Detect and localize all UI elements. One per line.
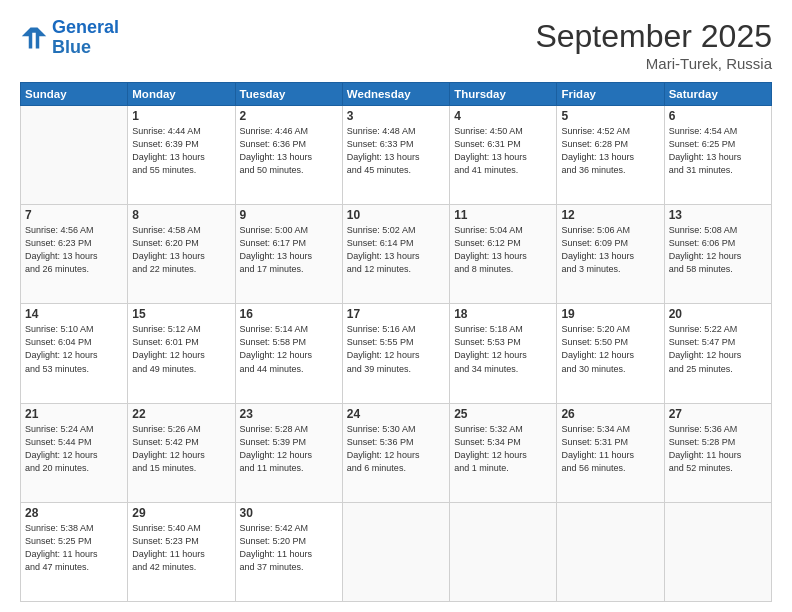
calendar-cell: 26Sunrise: 5:34 AM Sunset: 5:31 PM Dayli… [557, 403, 664, 502]
calendar-week-5: 28Sunrise: 5:38 AM Sunset: 5:25 PM Dayli… [21, 502, 772, 601]
calendar-week-4: 21Sunrise: 5:24 AM Sunset: 5:44 PM Dayli… [21, 403, 772, 502]
day-detail: Sunrise: 5:24 AM Sunset: 5:44 PM Dayligh… [25, 423, 123, 475]
day-number: 3 [347, 109, 445, 123]
calendar-cell: 3Sunrise: 4:48 AM Sunset: 6:33 PM Daylig… [342, 106, 449, 205]
day-number: 21 [25, 407, 123, 421]
calendar-week-2: 7Sunrise: 4:56 AM Sunset: 6:23 PM Daylig… [21, 205, 772, 304]
day-number: 4 [454, 109, 552, 123]
calendar-cell: 19Sunrise: 5:20 AM Sunset: 5:50 PM Dayli… [557, 304, 664, 403]
calendar-cell: 10Sunrise: 5:02 AM Sunset: 6:14 PM Dayli… [342, 205, 449, 304]
calendar-cell: 21Sunrise: 5:24 AM Sunset: 5:44 PM Dayli… [21, 403, 128, 502]
location-subtitle: Mari-Turek, Russia [535, 55, 772, 72]
day-detail: Sunrise: 5:42 AM Sunset: 5:20 PM Dayligh… [240, 522, 338, 574]
calendar-cell: 17Sunrise: 5:16 AM Sunset: 5:55 PM Dayli… [342, 304, 449, 403]
day-number: 23 [240, 407, 338, 421]
calendar-cell: 25Sunrise: 5:32 AM Sunset: 5:34 PM Dayli… [450, 403, 557, 502]
day-detail: Sunrise: 5:38 AM Sunset: 5:25 PM Dayligh… [25, 522, 123, 574]
logo: General Blue [20, 18, 119, 58]
calendar-week-1: 1Sunrise: 4:44 AM Sunset: 6:39 PM Daylig… [21, 106, 772, 205]
logo-line2: Blue [52, 37, 91, 57]
calendar-cell: 9Sunrise: 5:00 AM Sunset: 6:17 PM Daylig… [235, 205, 342, 304]
day-detail: Sunrise: 5:12 AM Sunset: 6:01 PM Dayligh… [132, 323, 230, 375]
calendar-cell: 29Sunrise: 5:40 AM Sunset: 5:23 PM Dayli… [128, 502, 235, 601]
col-header-wednesday: Wednesday [342, 83, 449, 106]
day-detail: Sunrise: 5:02 AM Sunset: 6:14 PM Dayligh… [347, 224, 445, 276]
calendar-cell: 20Sunrise: 5:22 AM Sunset: 5:47 PM Dayli… [664, 304, 771, 403]
col-header-thursday: Thursday [450, 83, 557, 106]
day-number: 13 [669, 208, 767, 222]
calendar-cell: 16Sunrise: 5:14 AM Sunset: 5:58 PM Dayli… [235, 304, 342, 403]
calendar-cell: 1Sunrise: 4:44 AM Sunset: 6:39 PM Daylig… [128, 106, 235, 205]
calendar-cell: 27Sunrise: 5:36 AM Sunset: 5:28 PM Dayli… [664, 403, 771, 502]
day-detail: Sunrise: 5:04 AM Sunset: 6:12 PM Dayligh… [454, 224, 552, 276]
day-number: 30 [240, 506, 338, 520]
header: General Blue September 2025 Mari-Turek, … [20, 18, 772, 72]
calendar-cell: 28Sunrise: 5:38 AM Sunset: 5:25 PM Dayli… [21, 502, 128, 601]
calendar-cell: 30Sunrise: 5:42 AM Sunset: 5:20 PM Dayli… [235, 502, 342, 601]
day-number: 17 [347, 307, 445, 321]
calendar-cell [21, 106, 128, 205]
calendar-cell: 18Sunrise: 5:18 AM Sunset: 5:53 PM Dayli… [450, 304, 557, 403]
day-detail: Sunrise: 5:08 AM Sunset: 6:06 PM Dayligh… [669, 224, 767, 276]
day-number: 18 [454, 307, 552, 321]
calendar-cell: 11Sunrise: 5:04 AM Sunset: 6:12 PM Dayli… [450, 205, 557, 304]
day-number: 10 [347, 208, 445, 222]
day-detail: Sunrise: 4:48 AM Sunset: 6:33 PM Dayligh… [347, 125, 445, 177]
day-number: 2 [240, 109, 338, 123]
day-number: 15 [132, 307, 230, 321]
svg-marker-0 [22, 27, 47, 48]
calendar-cell [450, 502, 557, 601]
day-detail: Sunrise: 5:22 AM Sunset: 5:47 PM Dayligh… [669, 323, 767, 375]
day-detail: Sunrise: 5:34 AM Sunset: 5:31 PM Dayligh… [561, 423, 659, 475]
day-detail: Sunrise: 4:58 AM Sunset: 6:20 PM Dayligh… [132, 224, 230, 276]
day-detail: Sunrise: 4:46 AM Sunset: 6:36 PM Dayligh… [240, 125, 338, 177]
day-number: 20 [669, 307, 767, 321]
day-number: 6 [669, 109, 767, 123]
day-number: 22 [132, 407, 230, 421]
day-number: 11 [454, 208, 552, 222]
calendar-cell: 15Sunrise: 5:12 AM Sunset: 6:01 PM Dayli… [128, 304, 235, 403]
calendar-cell [557, 502, 664, 601]
calendar-header-row: SundayMondayTuesdayWednesdayThursdayFrid… [21, 83, 772, 106]
day-detail: Sunrise: 5:16 AM Sunset: 5:55 PM Dayligh… [347, 323, 445, 375]
logo-text: General Blue [52, 18, 119, 58]
calendar-cell: 24Sunrise: 5:30 AM Sunset: 5:36 PM Dayli… [342, 403, 449, 502]
day-detail: Sunrise: 4:50 AM Sunset: 6:31 PM Dayligh… [454, 125, 552, 177]
day-detail: Sunrise: 4:54 AM Sunset: 6:25 PM Dayligh… [669, 125, 767, 177]
col-header-tuesday: Tuesday [235, 83, 342, 106]
day-number: 8 [132, 208, 230, 222]
day-detail: Sunrise: 5:40 AM Sunset: 5:23 PM Dayligh… [132, 522, 230, 574]
calendar-cell: 14Sunrise: 5:10 AM Sunset: 6:04 PM Dayli… [21, 304, 128, 403]
calendar-cell: 2Sunrise: 4:46 AM Sunset: 6:36 PM Daylig… [235, 106, 342, 205]
day-number: 19 [561, 307, 659, 321]
day-number: 1 [132, 109, 230, 123]
day-number: 25 [454, 407, 552, 421]
day-detail: Sunrise: 5:10 AM Sunset: 6:04 PM Dayligh… [25, 323, 123, 375]
col-header-monday: Monday [128, 83, 235, 106]
logo-line1: General [52, 17, 119, 37]
day-detail: Sunrise: 4:52 AM Sunset: 6:28 PM Dayligh… [561, 125, 659, 177]
calendar-cell [342, 502, 449, 601]
day-detail: Sunrise: 5:18 AM Sunset: 5:53 PM Dayligh… [454, 323, 552, 375]
logo-icon [20, 24, 48, 52]
day-detail: Sunrise: 5:26 AM Sunset: 5:42 PM Dayligh… [132, 423, 230, 475]
day-detail: Sunrise: 5:36 AM Sunset: 5:28 PM Dayligh… [669, 423, 767, 475]
col-header-sunday: Sunday [21, 83, 128, 106]
calendar-cell: 7Sunrise: 4:56 AM Sunset: 6:23 PM Daylig… [21, 205, 128, 304]
day-detail: Sunrise: 4:44 AM Sunset: 6:39 PM Dayligh… [132, 125, 230, 177]
day-number: 26 [561, 407, 659, 421]
calendar-cell: 23Sunrise: 5:28 AM Sunset: 5:39 PM Dayli… [235, 403, 342, 502]
day-number: 28 [25, 506, 123, 520]
day-detail: Sunrise: 5:30 AM Sunset: 5:36 PM Dayligh… [347, 423, 445, 475]
day-number: 7 [25, 208, 123, 222]
calendar-cell: 5Sunrise: 4:52 AM Sunset: 6:28 PM Daylig… [557, 106, 664, 205]
calendar-cell: 4Sunrise: 4:50 AM Sunset: 6:31 PM Daylig… [450, 106, 557, 205]
day-detail: Sunrise: 5:00 AM Sunset: 6:17 PM Dayligh… [240, 224, 338, 276]
calendar-cell: 22Sunrise: 5:26 AM Sunset: 5:42 PM Dayli… [128, 403, 235, 502]
calendar-cell: 6Sunrise: 4:54 AM Sunset: 6:25 PM Daylig… [664, 106, 771, 205]
day-number: 14 [25, 307, 123, 321]
calendar-cell [664, 502, 771, 601]
col-header-saturday: Saturday [664, 83, 771, 106]
col-header-friday: Friday [557, 83, 664, 106]
day-detail: Sunrise: 5:20 AM Sunset: 5:50 PM Dayligh… [561, 323, 659, 375]
